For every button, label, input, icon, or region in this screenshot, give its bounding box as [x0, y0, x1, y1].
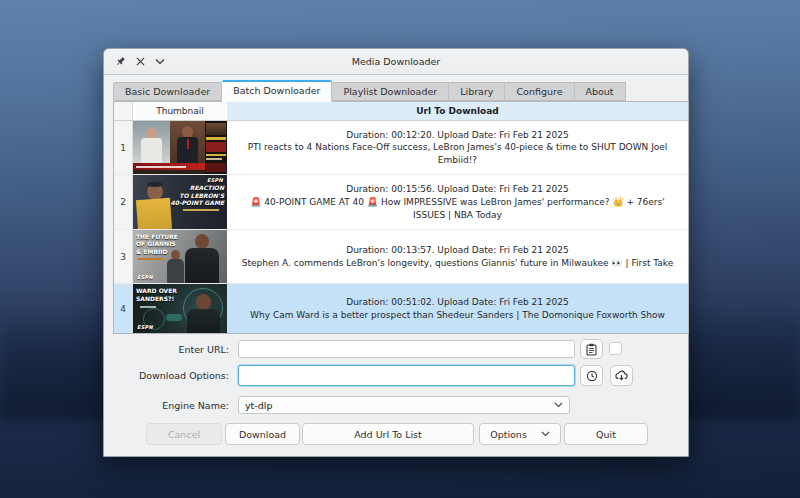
video-title: 🚨 40-POINT GAME AT 40 🚨 How IMPRESSIVE w…	[237, 196, 678, 221]
tab-batch-downloader[interactable]: Batch Downloader	[222, 80, 332, 102]
thumbnail-headline: WARD OVER SANDERS?!	[136, 287, 177, 302]
engine-label: Engine Name:	[113, 400, 229, 411]
engine-row: Engine Name: yt-dlp	[113, 396, 681, 414]
cloud-download-icon	[615, 370, 628, 381]
desktop: { "window": { "title": "Media Downloader…	[0, 0, 800, 498]
video-thumbnail	[133, 121, 227, 174]
video-duration: Duration: 00:13:57. Upload Date: Fri Feb…	[346, 244, 569, 257]
tab-configure[interactable]: Configure	[505, 82, 574, 101]
column-header-url[interactable]: Url To Download	[227, 102, 688, 121]
thumb-side-yellow-line2	[206, 158, 222, 160]
table-row[interactable]: 3 THE FUTURE OF GIANNIS & EMBIID ESPN Du…	[114, 230, 688, 284]
video-thumbnail: REACTION TO LEBRON'S 40-POINT GAME ESPN	[133, 175, 227, 228]
espn-logo: ESPN	[207, 177, 223, 183]
download-options-input[interactable]	[238, 365, 575, 386]
thumb-teal-pill	[166, 314, 182, 321]
clipboard-icon	[586, 343, 597, 356]
thumb-lebron-jersey	[136, 198, 172, 229]
video-thumbnail: THE FUTURE OF GIANNIS & EMBIID ESPN	[133, 230, 227, 283]
download-list-table[interactable]: Thumbnail Url To Download 1	[113, 101, 689, 334]
chevron-down-icon	[541, 431, 550, 437]
column-header-thumbnail[interactable]: Thumbnail	[133, 102, 227, 121]
add-url-to-list-button[interactable]: Add Url To List	[302, 423, 474, 445]
tab-about[interactable]: About	[575, 82, 626, 101]
download-options-label: Download Options:	[113, 370, 229, 381]
thumb-banner-text-line	[136, 166, 186, 168]
video-thumbnail: WARD OVER SANDERS?! ESPN	[133, 284, 227, 333]
video-duration: Duration: 00:51:02. Upload Date: Fri Feb…	[346, 296, 569, 309]
thumb-host-right-tie	[187, 139, 189, 149]
thumb-embiid-body	[167, 259, 184, 283]
thumb-giannis-jersey	[185, 248, 219, 283]
engine-selected-value: yt-dlp	[245, 400, 272, 411]
thumb-ward-body	[187, 309, 220, 333]
thumb-side-red-block2	[206, 163, 226, 172]
row-number: 4	[114, 284, 133, 333]
history-clock-icon	[586, 370, 598, 382]
video-title: Why Cam Ward is a better prospect than S…	[250, 309, 665, 322]
tab-bar: Basic Downloader Batch Downloader Playli…	[113, 80, 626, 101]
url-row: Enter URL:	[113, 340, 681, 358]
espn-logo: ESPN	[137, 274, 153, 280]
video-entry-text[interactable]: Duration: 00:13:57. Upload Date: Fri Feb…	[227, 230, 688, 283]
tab-basic-downloader[interactable]: Basic Downloader	[113, 82, 222, 101]
video-entry-text[interactable]: Duration: 00:51:02. Upload Date: Fri Feb…	[227, 284, 688, 333]
video-entry-text[interactable]: Duration: 00:12:20. Upload Date: Fri Feb…	[227, 121, 688, 174]
header-corner	[114, 102, 133, 121]
paste-clipboard-button[interactable]	[580, 339, 603, 359]
row-number: 2	[114, 175, 133, 228]
options-history-button[interactable]	[580, 365, 603, 386]
espn-logo: ESPN	[137, 324, 153, 330]
video-title: PTI reacts to 4 Nations Face-Off success…	[237, 141, 678, 166]
media-downloader-window: Media Downloader Basic Downloader Batch …	[103, 48, 689, 457]
download-defaults-button[interactable]	[610, 365, 633, 386]
download-button[interactable]: Download	[225, 423, 300, 445]
tab-playlist-downloader[interactable]: Playlist Downloader	[332, 82, 449, 101]
thumb-side-yellow-bar	[206, 137, 226, 140]
tab-library[interactable]: Library	[449, 82, 505, 101]
monitor-clipboard-checkbox[interactable]	[609, 342, 622, 355]
video-duration: Duration: 00:12:20. Upload Date: Fri Feb…	[346, 129, 569, 142]
thumb-subcaption-line	[137, 258, 163, 261]
video-title: Stephen A. commends LeBron's longevity, …	[242, 257, 674, 270]
url-label: Enter URL:	[113, 344, 229, 355]
engine-select[interactable]: yt-dlp	[238, 396, 570, 414]
thumb-giannis-head	[195, 234, 209, 249]
thumb-side-red-block	[206, 142, 226, 152]
chevron-down-icon	[554, 402, 563, 408]
thumbnail-headline: REACTION TO LEBRON'S 40-POINT GAME	[171, 184, 224, 207]
video-entry-text[interactable]: Duration: 00:15:56. Upload Date: Fri Feb…	[227, 175, 688, 228]
thumb-lower-strip	[133, 170, 205, 174]
table-row[interactable]: 2 REACTION TO LEBRON'S 40-POINT GAME ESP…	[114, 175, 688, 229]
quit-button[interactable]: Quit	[564, 423, 648, 445]
window-title: Media Downloader	[104, 56, 688, 67]
thumb-host-left-body	[141, 138, 162, 163]
thumb-subcaption-line	[183, 209, 219, 211]
row-number: 3	[114, 230, 133, 283]
table-row-selected[interactable]: 4 WARD OVER SANDERS?! ESPN Duration: 00:…	[114, 284, 688, 333]
row-number: 1	[114, 121, 133, 174]
thumb-side-yellow-line1	[206, 154, 226, 156]
cancel-button: Cancel	[146, 423, 222, 445]
download-options-row: Download Options:	[113, 365, 681, 386]
table-header: Thumbnail Url To Download	[114, 102, 688, 121]
options-button[interactable]: Options	[479, 423, 561, 445]
video-duration: Duration: 00:15:56. Upload Date: Fri Feb…	[346, 183, 569, 196]
url-input[interactable]	[238, 340, 575, 358]
titlebar[interactable]: Media Downloader	[104, 49, 688, 75]
thumb-subcaption-line	[140, 306, 156, 308]
options-button-label: Options	[490, 429, 527, 440]
table-row[interactable]: 1 Duration: 00:12:	[114, 121, 688, 175]
thumb-side-photo	[206, 123, 226, 135]
